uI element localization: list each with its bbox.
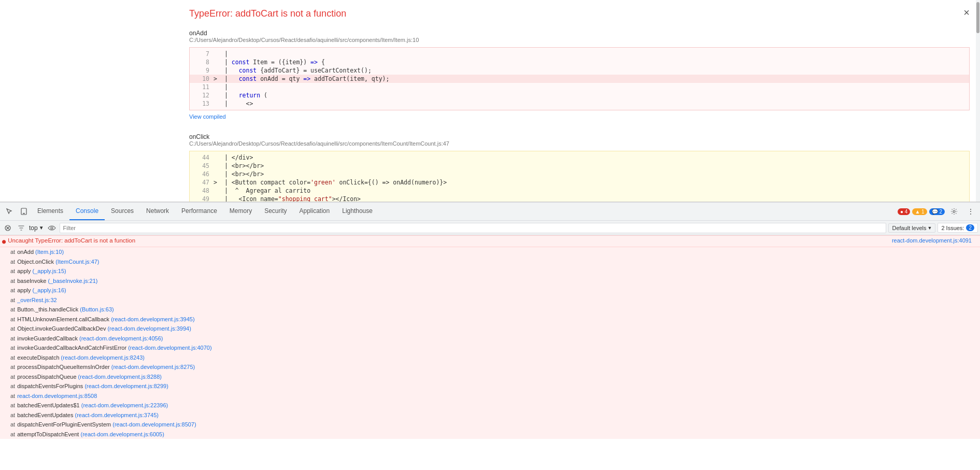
toggle-device-toolbar-button[interactable] <box>17 204 31 219</box>
svg-point-4 <box>51 227 53 229</box>
stack-line-13: at processDispatchQueue (react-dom.devel… <box>2 372 978 382</box>
stack-link-13[interactable]: (react-dom.development.js:8288) <box>78 373 162 381</box>
tab-performance[interactable]: Performance <box>175 203 223 220</box>
stack-line-18: at dispatchEventForPluginEventSystem (re… <box>2 420 978 430</box>
tab-elements[interactable]: Elements <box>31 203 69 220</box>
filter-input[interactable] <box>60 223 887 233</box>
context-selector[interactable]: top ▼ <box>29 224 44 232</box>
issues-count-badge: 2 <box>966 224 974 231</box>
stack-link-16[interactable]: (react-dom.development.js:22396) <box>81 401 168 410</box>
code-line-highlight: 47> | <Button compact color='green' onCl… <box>190 178 969 187</box>
stack-line-10: at invokeGuardedCallbackAndCatchFirstErr… <box>2 343 978 353</box>
stack-link-17[interactable]: (react-dom.development.js:3745) <box>75 411 159 420</box>
code-line: 8 | const Item = ({item}) => { <box>190 58 969 66</box>
stack-line-16: at batchedEventUpdates$1 (react-dom.deve… <box>2 401 978 410</box>
stack-line-19: at attemptToDispatchEvent (react-dom.dev… <box>2 430 978 439</box>
more-options-button[interactable]: ⋮ <box>963 204 978 219</box>
inspect-element-button[interactable] <box>2 204 17 219</box>
stack-line-2: at apply (_apply.js:15) <box>2 266 978 276</box>
file-reference[interactable]: react-dom.development.js:4091 <box>892 237 972 244</box>
warning-badge: ▲ 1 <box>912 208 927 215</box>
settings-button[interactable] <box>947 204 961 219</box>
stack-link-4[interactable]: (_apply.js:16) <box>33 286 66 295</box>
tab-memory[interactable]: Memory <box>223 203 258 220</box>
stack-link-14[interactable]: (react-dom.development.js:8299) <box>84 382 168 391</box>
stack-line-3: at baseInvoke (_baseInvoke.js:21) <box>2 276 978 286</box>
filter-toggle-button[interactable] <box>16 222 27 234</box>
stack-line-4: at apply (_apply.js:16) <box>2 286 978 295</box>
stack-link-7[interactable]: (react-dom.development.js:3945) <box>111 315 194 324</box>
code-line: 46 | <br></br> <box>190 170 969 178</box>
view-compiled-1[interactable]: View compiled <box>189 112 970 121</box>
tab-security[interactable]: Security <box>258 203 293 220</box>
code-block-1: 7 | 8 | const Item = ({item}) => { 9 | c… <box>189 47 970 110</box>
stack-trace: at onAdd (Item.js:10) at Object.onClick … <box>0 247 980 439</box>
toolbar-right: ● 4 ▲ 1 💬 2 ⋮ <box>898 204 978 219</box>
stack-line-9: at invokeGuardedCallback (react-dom.deve… <box>2 334 978 344</box>
stack-fn-onclick: onClick <box>189 133 970 140</box>
stack-file-onadd: C:/Users/Alejandro/Desktop/Cursos/React/… <box>189 37 970 43</box>
stack-link-12[interactable]: (react-dom.development.js:8275) <box>111 363 195 372</box>
stack-link-15[interactable]: react-dom.development.js:8508 <box>17 392 97 401</box>
clear-console-button[interactable] <box>2 222 13 234</box>
stack-line-11: at executeDispatch (react-dom.developmen… <box>2 353 978 363</box>
console-toolbar: top ▼ Default levels ▼ 2 Issues: 2 <box>0 221 980 235</box>
code-line-highlight: 10> | const onAdd = qty => addToCart(ite… <box>190 75 969 83</box>
stack-link-5[interactable]: _overRest.js:32 <box>17 296 56 305</box>
stack-file-onclick: C:/Users/Alejandro/Desktop/Cursos/React/… <box>189 140 970 147</box>
code-line: 11 | <box>190 83 969 91</box>
tab-sources[interactable]: Sources <box>105 203 140 220</box>
info-badge: 💬 2 <box>929 208 945 215</box>
stack-link-1[interactable]: (ItemCount.js:47) <box>55 258 99 266</box>
svg-rect-1 <box>23 213 25 214</box>
stack-link-10[interactable]: (react-dom.development.js:4070) <box>128 344 211 352</box>
stack-link-0[interactable]: (Item.js:10) <box>35 248 64 257</box>
stack-link-2[interactable]: (_apply.js:15) <box>33 267 66 276</box>
stack-frame-2: onClick C:/Users/Alejandro/Desktop/Curso… <box>0 127 980 202</box>
issues-counter[interactable]: 2 Issues: 2 <box>938 223 978 233</box>
stack-line-7: at HTMLUnknownElement.callCallback (reac… <box>2 315 978 324</box>
code-line: 13 | <> <box>190 99 969 108</box>
svg-point-2 <box>953 210 955 212</box>
default-levels-dropdown[interactable]: Default levels ▼ <box>888 223 935 233</box>
devtools-toolbar: Elements Console Sources Network Perform… <box>0 202 980 221</box>
code-line: 9 | const {addToCart} = useCartContext()… <box>190 66 969 75</box>
stack-line-17: at batchedEventUpdates (react-dom.develo… <box>2 410 978 420</box>
code-line: 48 | ^ Agregar al carrito <box>190 187 969 195</box>
stack-link-3[interactable]: (_baseInvoke.js:21) <box>48 277 98 286</box>
stack-line-1: at Object.onClick (ItemCount.js:47) <box>2 257 978 267</box>
tab-network[interactable]: Network <box>140 203 175 220</box>
stack-line-12: at processDispatchQueueItemsInOrder (rea… <box>2 362 978 372</box>
stack-line-6: at Button._this.handleClick (Button.js:6… <box>2 305 978 315</box>
stack-line-0: at onAdd (Item.js:10) <box>2 247 978 257</box>
stack-link-11[interactable]: (react-dom.development.js:8243) <box>61 353 145 362</box>
stack-link-19[interactable]: (react-dom.development.js:6005) <box>80 430 164 439</box>
code-line: 12 | return ( <box>190 91 969 99</box>
error-badge: ● 4 <box>898 208 910 215</box>
live-expressions-button[interactable] <box>46 222 58 234</box>
stack-fn-onadd: onAdd <box>189 30 970 37</box>
stack-link-6[interactable]: (Button.js:63) <box>80 305 113 314</box>
code-line: 49 | <Icon name="shopping cart"></Icon> <box>190 195 969 202</box>
stack-line-8: at Object.invokeGuardedCallbackDev (reac… <box>2 324 978 334</box>
stack-frame-1: onAdd C:/Users/Alejandro/Desktop/Cursos/… <box>0 23 980 123</box>
console-error-main: ● Uncaught TypeError: addToCart is not a… <box>0 235 980 247</box>
stack-link-8[interactable]: (react-dom.development.js:3994) <box>107 324 191 333</box>
tab-application[interactable]: Application <box>293 203 336 220</box>
code-line: 7 | <box>190 50 969 58</box>
tab-lighthouse[interactable]: Lighthouse <box>336 203 379 220</box>
close-button[interactable]: × <box>963 7 970 18</box>
code-line: 44 | </div> <box>190 153 969 162</box>
stack-link-18[interactable]: (react-dom.development.js:8507) <box>112 420 196 429</box>
stack-line-15: at react-dom.development.js:8508 <box>2 391 978 401</box>
error-title: TypeError: addToCart is not a function <box>189 8 346 19</box>
console-output: ● Uncaught TypeError: addToCart is not a… <box>0 235 980 470</box>
stack-line-5: at _overRest.js:32 <box>2 295 978 305</box>
tab-console[interactable]: Console <box>69 203 105 220</box>
code-line: 45 | <br></br> <box>190 162 969 170</box>
error-icon: ● <box>2 238 6 245</box>
stack-line-14: at dispatchEventsForPlugins (react-dom.d… <box>2 381 978 391</box>
error-message: Uncaught TypeError: addToCart is not a f… <box>8 237 135 244</box>
stack-link-9[interactable]: (react-dom.development.js:4056) <box>79 334 163 343</box>
error-panel: TypeError: addToCart is not a function ×… <box>0 0 980 202</box>
